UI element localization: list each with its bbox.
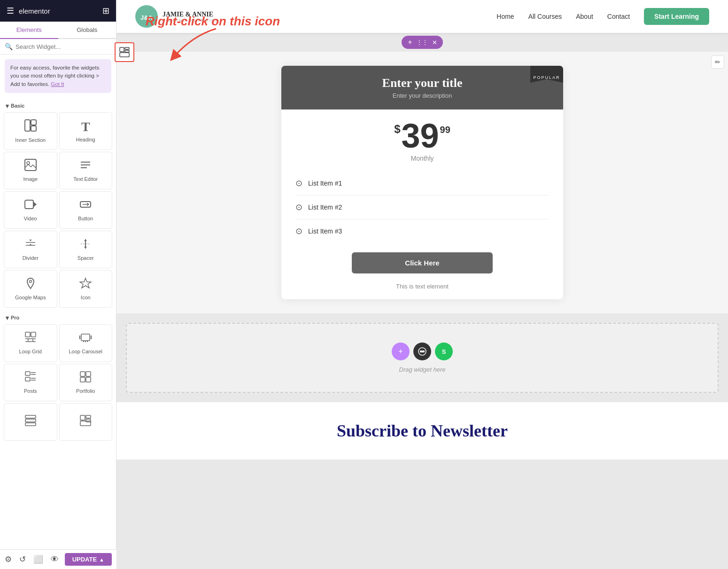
google-maps-icon [24,277,37,292]
widget-image[interactable]: Image [4,152,57,189]
svg-rect-45 [25,419,36,422]
canvas-scroll[interactable]: + ⋮⋮ ✕ ✏ POPULAR Enter your title Enter … [116,33,728,569]
svg-rect-58 [120,53,129,57]
card-cta: Click Here [281,252,563,278]
tip-link[interactable]: Got It [51,81,64,87]
widget-inner-section[interactable]: Inner Section [4,112,57,150]
widget-extra1[interactable] [4,403,57,441]
price-amount: 39 [402,119,439,153]
drag-widget-button[interactable] [413,343,431,360]
nav-cta-button[interactable]: Start Learning [644,8,709,25]
widget-portfolio[interactable]: Portfolio [59,364,113,401]
logo-name: JAMIE & ANNIE [163,11,219,18]
widget-button[interactable]: Button [59,191,113,229]
hamburger-icon[interactable]: ☰ [7,6,14,16]
widget-icon[interactable]: Icon [59,270,113,308]
price-row: $ 39 99 [291,119,554,153]
main-area: J&A JAMIE & ANNIE HEALTH & NUTRITION Hom… [116,0,728,569]
svg-rect-0 [25,120,30,131]
tabs-bar: Elements Globals [0,22,116,39]
widget-label: Image [23,176,38,182]
nav-all-courses[interactable]: All Courses [528,13,562,20]
svg-point-20 [29,281,31,283]
card-footer-text: This is text element [281,278,563,299]
update-button[interactable]: UPDATE ▲ [65,553,112,566]
toolbar-add-button[interactable]: + [404,37,416,48]
portfolio-icon [79,371,92,386]
check-icon-2: ⊙ [295,202,302,212]
toolbar-close-button[interactable]: ✕ [429,37,440,48]
nav-contact[interactable]: Contact [607,13,630,20]
widget-label: Posts [24,388,37,394]
basic-widget-grid: Inner Section T Heading Image Text Edito… [4,112,112,308]
extra2-icon [79,414,92,429]
svg-rect-41 [86,372,91,376]
svg-rect-23 [31,332,36,337]
grid-icon[interactable]: ⊞ [102,6,109,16]
widget-label: Button [78,216,93,221]
svg-marker-14 [29,240,32,241]
widget-loop-carousel[interactable]: Loop Carousel [59,324,113,362]
check-icon-1: ⊙ [295,178,302,188]
widget-preview-icon [119,47,130,57]
widget-google-maps[interactable]: Google Maps [4,270,57,308]
nav-home[interactable]: Home [496,13,514,20]
tab-globals[interactable]: Globals [58,22,116,38]
widget-label: Google Maps [15,295,46,300]
newsletter-section: Subscribe to Newsletter [116,402,728,460]
svg-rect-42 [80,377,85,382]
widget-loop-grid[interactable]: Loop Grid [4,324,57,362]
widget-extra2[interactable] [59,403,113,441]
svg-rect-55 [120,47,124,52]
feature-item-2: ⊙ List Item #2 [295,195,549,219]
preview-icon[interactable]: 👁 [51,555,59,564]
tab-elements[interactable]: Elements [0,22,58,39]
card-header: Enter your title Enter your description [281,66,563,109]
widget-heading[interactable]: T Heading [59,112,113,150]
responsive-icon[interactable]: ⬜ [33,554,43,564]
bottom-icons: ⚙ ↺ ⬜ 👁 [5,554,59,564]
widget-spacer[interactable]: Spacer [59,231,113,268]
highlighted-widget-box[interactable] [115,42,134,62]
svg-rect-2 [31,126,36,131]
widget-video[interactable]: Video [4,191,57,229]
price-cents: 99 [440,125,450,135]
history-icon[interactable]: ↺ [19,554,26,564]
widget-divider[interactable]: Divider [4,231,57,268]
image-icon [24,159,37,174]
drag-text: Drag widget here [136,366,708,373]
spacer-icon [79,238,92,253]
card-title: Enter your title [291,76,554,90]
svg-rect-47 [80,415,85,420]
svg-marker-9 [33,202,36,207]
nav-links: Home All Courses About Contact Start Lea… [496,8,709,25]
drag-s-button[interactable]: S [435,343,453,360]
panel-header: ☰ elementor ⊞ [0,0,116,22]
widget-posts[interactable]: Posts [4,364,57,401]
edit-pencil-icon[interactable]: ✏ [711,55,724,69]
settings-icon[interactable]: ⚙ [5,554,12,564]
svg-rect-57 [125,50,129,52]
update-chevron-icon: ▲ [99,557,104,562]
panel-title: elementor [19,7,50,15]
search-input[interactable] [15,43,111,50]
drag-add-button[interactable]: + [392,343,410,360]
widget-label: Divider [23,255,39,261]
toolbar-move-button[interactable]: ⋮⋮ [417,37,428,48]
search-bar: 🔍 [0,39,116,55]
svg-marker-17 [84,239,87,241]
widget-label: Heading [76,137,95,142]
drag-drop-area[interactable]: + S Drag widget here [126,323,719,393]
widget-text-editor[interactable]: Text Editor [59,152,113,189]
extra1-icon [24,414,37,429]
icon-widget-icon [79,277,92,292]
card-features: ⊙ List Item #1 ⊙ List Item #2 ⊙ List Ite… [281,171,563,252]
feature-item-3: ⊙ List Item #3 [295,219,549,243]
widget-label: Text Editor [73,176,98,182]
svg-rect-56 [125,47,129,49]
logo-circle: J&A [135,5,158,28]
button-icon [79,198,92,213]
cta-button[interactable]: Click Here [352,252,493,273]
nav-about[interactable]: About [576,13,593,20]
feature-label-3: List Item #3 [308,227,342,235]
